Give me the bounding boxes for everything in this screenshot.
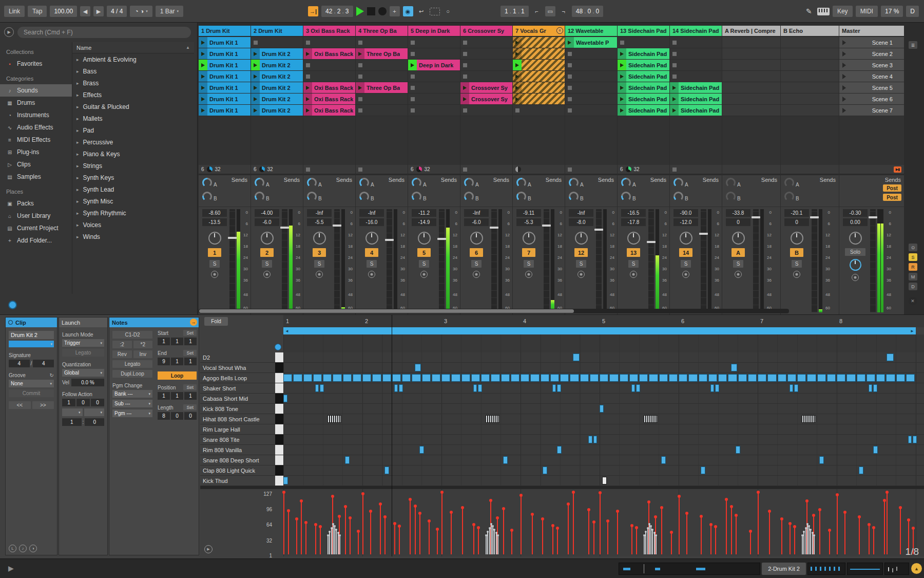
pan-knob[interactable]	[627, 232, 640, 245]
clip-slot[interactable]: Drum Kit 2	[251, 60, 303, 70]
launch-view-icon[interactable]: L	[9, 545, 16, 552]
empty-clip-slot[interactable]	[408, 37, 460, 48]
velocity-stem[interactable]	[656, 535, 657, 554]
scene-slot[interactable]: Scene 3	[839, 60, 904, 70]
volume-value-display[interactable]: -5.5	[307, 218, 332, 226]
volume-fader[interactable]	[439, 209, 445, 312]
clip-launch-button[interactable]	[251, 105, 260, 116]
fader-handle[interactable]	[280, 227, 289, 229]
loop-length-display[interactable]: 48. 0. 0	[572, 6, 603, 17]
velocity-stem[interactable]	[486, 535, 487, 554]
empty-clip-slot[interactable]	[565, 82, 617, 93]
velocity-stem[interactable]	[869, 525, 870, 554]
volume-fader[interactable]	[812, 209, 817, 312]
pan-knob[interactable]	[732, 232, 745, 245]
midi-note[interactable]	[382, 374, 391, 382]
clip-launch-button[interactable]	[251, 82, 260, 93]
browser-list-item[interactable]: ▸Bass	[72, 65, 194, 77]
expand-icon[interactable]: ▸	[76, 187, 79, 192]
empty-clip-slot[interactable]	[356, 60, 408, 70]
drum-row-label[interactable]: Snare 808 Deep Short	[200, 455, 275, 465]
track-activator-button[interactable]: 2	[260, 248, 274, 257]
clip-slot[interactable]: Drum Kit 2	[251, 105, 303, 116]
re-enable-automation-button[interactable]	[430, 8, 440, 15]
midi-note[interactable]	[807, 374, 816, 382]
velocity-stem[interactable]	[661, 508, 662, 554]
clip-launch-button[interactable]	[618, 60, 626, 70]
clip-launch-button[interactable]	[618, 94, 626, 104]
clip-slot[interactable]	[513, 37, 565, 48]
midi-note[interactable]	[461, 374, 470, 382]
midi-note[interactable]	[345, 456, 350, 464]
midi-note-roll[interactable]	[802, 415, 816, 423]
clip-slot[interactable]: Three Op Ba	[356, 82, 408, 93]
empty-clip-slot[interactable]	[408, 82, 460, 93]
midi-note[interactable]	[293, 374, 302, 382]
clip-launch-button[interactable]	[356, 82, 364, 93]
velocity-stem[interactable]	[380, 505, 381, 554]
fader-handle[interactable]	[752, 216, 760, 218]
send-knob-a[interactable]	[784, 178, 794, 188]
nudge-back-button[interactable]: <<	[9, 401, 31, 409]
group-fold-icon[interactable]: ≡	[556, 27, 563, 34]
commit-button[interactable]: Commit	[9, 389, 54, 397]
midi-note[interactable]	[362, 374, 371, 382]
drum-row-label[interactable]: Shaker Short	[200, 383, 275, 394]
browser-list-item[interactable]: ▸Guitar & Plucked	[72, 101, 194, 113]
peak-level-display[interactable]: -4.00	[255, 209, 279, 217]
midi-note[interactable]	[557, 446, 562, 454]
piano-key[interactable]	[275, 445, 283, 455]
velocity-stem[interactable]	[557, 529, 558, 554]
empty-clip-slot[interactable]	[356, 37, 408, 48]
volume-fader[interactable]	[334, 209, 340, 312]
signature-numerator[interactable]: 4	[9, 360, 30, 367]
midi-note[interactable]	[708, 374, 717, 382]
clip-slot[interactable]: Drum Kit 1	[199, 82, 251, 93]
solo-cue-button[interactable]: Solo	[845, 248, 865, 256]
peak-level-display[interactable]: -0.30	[843, 209, 868, 217]
midi-note[interactable]	[283, 395, 287, 402]
send-knob-a[interactable]	[569, 178, 579, 188]
position-beats[interactable]: 1	[171, 392, 183, 400]
clip-launch-button[interactable]	[199, 82, 207, 93]
browser-list-item[interactable]: ▸Synth Rhythmic	[72, 207, 194, 219]
velocity-stem[interactable]	[758, 493, 759, 554]
empty-clip-slot[interactable]	[303, 37, 355, 48]
midi-note[interactable]	[688, 374, 697, 382]
pan-knob[interactable]	[418, 232, 431, 245]
midi-note[interactable]	[636, 384, 640, 392]
solo-button[interactable]: S	[367, 260, 377, 268]
reverse-button[interactable]: Rev	[112, 350, 132, 358]
sidebar-item-add-folder-[interactable]: +Add Folder...	[6, 234, 72, 247]
program-chooser[interactable]: Pgm ---▾	[112, 409, 152, 417]
empty-clip-slot[interactable]	[513, 105, 565, 116]
drum-row-label[interactable]: Hihat 808 Short Castle	[200, 414, 275, 424]
velocity-stem[interactable]	[805, 528, 806, 554]
expand-icon[interactable]: ▸	[76, 152, 79, 157]
send-knob-a[interactable]	[307, 178, 317, 188]
midi-note[interactable]	[283, 477, 288, 484]
empty-clip-slot[interactable]	[356, 105, 408, 116]
velocity-stem[interactable]	[494, 530, 495, 554]
preview-headphone-icon[interactable]	[275, 344, 281, 350]
fader-handle[interactable]	[228, 237, 237, 239]
expand-icon[interactable]: ▸	[76, 199, 79, 204]
midi-note[interactable]	[384, 467, 389, 474]
browser-list-item[interactable]: ▸Pad	[72, 124, 194, 136]
velocity-stem[interactable]	[819, 510, 820, 554]
midi-note[interactable]	[412, 374, 420, 382]
clip-launch-button[interactable]	[513, 94, 522, 104]
time-signature-display[interactable]: 4 / 4	[107, 6, 127, 17]
velocity-stem[interactable]	[333, 524, 334, 554]
midi-note[interactable]	[639, 374, 648, 382]
velocity-stem[interactable]	[647, 528, 648, 554]
velocity-stem[interactable]	[686, 514, 687, 554]
set-end-button[interactable]: Set	[183, 350, 197, 356]
solo-button[interactable]: S	[262, 260, 272, 268]
midi-note[interactable]	[399, 384, 403, 392]
scene-slot[interactable]: Scene 5	[839, 82, 904, 93]
fader-handle[interactable]	[699, 233, 708, 235]
pan-knob[interactable]	[523, 232, 535, 245]
piano-key[interactable]	[275, 435, 283, 445]
empty-clip-slot[interactable]	[670, 60, 722, 70]
